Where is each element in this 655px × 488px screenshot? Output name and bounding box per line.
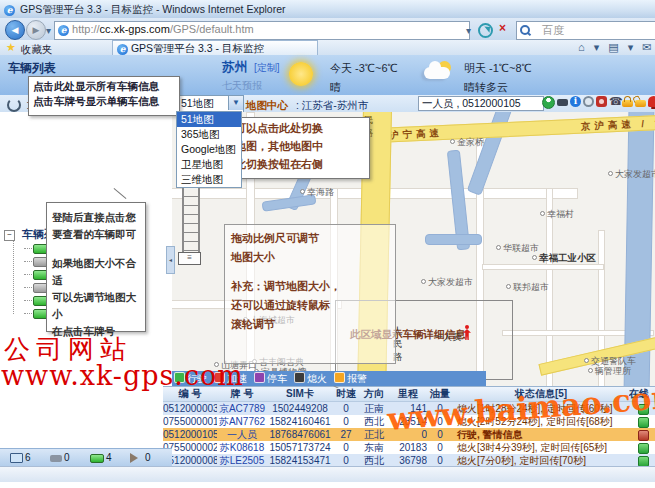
vehicle-info-tooltip: 点击此处显示所有车辆信息 点击车牌号显示单辆车信息 (28, 76, 180, 116)
car-icon[interactable] (557, 99, 568, 106)
cell-status: 熄火[3时4分39秒], 定时回传[65秒] (453, 441, 633, 454)
tree-stub (24, 248, 32, 249)
cell-id: 0512000003 (163, 402, 217, 415)
weather-custom-link[interactable]: [定制] (254, 61, 280, 75)
favorites-bar (0, 40, 655, 56)
address-bar[interactable]: e http://cc.xk-gps.com/GPS/default.htm (54, 21, 470, 40)
cell-online[interactable] (633, 441, 653, 454)
cell-direction: 西北 (359, 415, 389, 428)
watermark-company-url: www.xk-gps.com (1, 360, 244, 391)
tooltip-line: 地图大小 (231, 248, 389, 267)
cell-speed: 27 (333, 428, 359, 441)
map-place-label: 大家发超市 (421, 276, 473, 289)
tree-stub (24, 261, 32, 262)
map-type-option[interactable]: 卫星地图 (177, 157, 241, 172)
tooltip-line: 要查看的车辆即可 (52, 226, 140, 243)
history-dropdown-icon[interactable]: ▾ (46, 25, 51, 36)
weather-forecast-link[interactable]: 七天预报 (222, 79, 262, 93)
back-button[interactable]: ◀ (5, 20, 25, 40)
map-place-label: 幸福村 (540, 208, 574, 221)
cell-oil: 0 (427, 441, 453, 454)
tab-title: GPS管理平台 3.3 - 目标监控 (131, 42, 264, 54)
cell-sim: 1502449208 (267, 402, 333, 415)
info-icon[interactable]: i (570, 96, 581, 107)
camera-icon[interactable] (596, 96, 607, 107)
map-zoom-handle[interactable]: ≡ (178, 252, 201, 265)
ie-icon: e (4, 5, 15, 16)
map-type-option[interactable]: 51地图 (177, 112, 241, 127)
weather-today-condition: 晴 (330, 80, 341, 95)
online-status-icon (638, 443, 649, 454)
cell-sim: 15824160461 (267, 415, 333, 428)
favorites-star-icon[interactable]: ★ (6, 41, 16, 54)
browser-status-bar (0, 466, 655, 482)
cell-mileage: 20183 (389, 441, 427, 454)
person-marker-icon[interactable] (463, 325, 471, 341)
tooltip-line: 地图，其他地图中 (235, 138, 363, 156)
cell-online[interactable] (633, 428, 653, 441)
legend-item: 停车 (254, 371, 287, 386)
sun-icon (289, 62, 313, 86)
lock-icon[interactable] (622, 100, 633, 107)
person-icon[interactable] (542, 96, 555, 109)
map-canvas[interactable]: 京沪高速 / 沪宁高速 京沪高速 / 沪宁高速 民路 人民路 ≡ 花港街幸海路金… (172, 112, 655, 388)
reload-list-icon[interactable] (7, 98, 21, 112)
search-input[interactable]: 百度 (516, 21, 655, 40)
gps-platform-window: e GPS管理平台 3.3 - 目标监控 - Windows Internet … (0, 0, 655, 488)
stop-icon[interactable]: × (499, 21, 506, 35)
search-icon[interactable] (583, 96, 594, 107)
legend-chip-icon (334, 372, 345, 383)
column-header[interactable]: SIM卡 (267, 387, 333, 401)
chevron-down-icon[interactable]: ▼ (228, 96, 243, 110)
refresh-icon[interactable] (478, 23, 493, 38)
table-row[interactable]: 0755000002苏K08618150571737240东南201830熄火[… (163, 441, 655, 454)
online-status-icon (638, 417, 649, 428)
tree-stub (24, 274, 32, 275)
canal (425, 234, 482, 245)
cell-sim: 15057173724 (267, 441, 333, 454)
speaker-icon (130, 453, 143, 463)
map-type-option[interactable]: Google地图 (177, 142, 241, 157)
cell-speed: 0 (333, 415, 359, 428)
tooltip-line: 登陆后直接点击您 (52, 209, 140, 226)
map-type-option[interactable]: 三维地图 (177, 172, 241, 187)
column-header[interactable]: 时速 (333, 387, 359, 401)
tooltip-line: 可以先调节地图大小 (52, 289, 140, 323)
search-icon (520, 25, 530, 35)
legend-item: 报警 (334, 371, 367, 386)
weather-today: 今天 -3℃~6℃ (330, 61, 398, 76)
cell-sim: 18768476061 (267, 428, 333, 441)
map-center-value: : 江苏省-苏州市 (296, 99, 368, 113)
map-type-option[interactable]: 365地图 (177, 127, 241, 142)
cell-plate: 苏AN7762 (217, 415, 267, 428)
forward-button[interactable]: ▶ (26, 20, 46, 40)
map-place-label: 幸海路 (300, 186, 334, 199)
cloud-sun-icon (424, 61, 454, 85)
unlock-icon[interactable] (635, 100, 646, 107)
car-icon2 (50, 455, 62, 462)
weather-tomorrow: 明天 -1℃~8℃ (464, 61, 532, 76)
cell-id: 0755000001 (163, 415, 217, 428)
tree-stub (24, 313, 32, 314)
footer-counter: 4 (90, 452, 112, 464)
map-place-label: 幸福工业小区 (532, 252, 596, 265)
legend-item: 熄火 (294, 371, 327, 386)
address-dropdown-icon[interactable]: ▾ (466, 25, 471, 36)
sidebar-collapse-handle[interactable]: ◂ (166, 246, 175, 274)
legend-chip-icon (254, 372, 265, 383)
weather-city[interactable]: 苏州 (222, 59, 247, 76)
phone-icon[interactable]: ☎ (609, 96, 620, 107)
search-text: 百度 (542, 24, 564, 36)
url-path: /GPS/default.htm (170, 23, 254, 35)
target-input[interactable]: 一人员 , 0512000105 (418, 96, 544, 111)
tooltip-line: 可以点击此处切换 (235, 120, 363, 138)
vehicle-list-title: 车辆列表 (8, 60, 56, 77)
collapse-icon[interactable]: − (4, 230, 15, 241)
browser-command-icons[interactable]: ⌂ ▾ ▤ ▾ ✉ ▦ ▾ (578, 41, 655, 54)
tooltip-line: 补充：调节地图大小， (231, 277, 389, 296)
column-header[interactable]: 方向 (359, 387, 389, 401)
cell-speed: 0 (333, 441, 359, 454)
cell-plate: 一人员 (217, 428, 267, 441)
alarm-icon[interactable] (648, 96, 655, 107)
map-place-label: 大家发超市 (608, 168, 655, 181)
